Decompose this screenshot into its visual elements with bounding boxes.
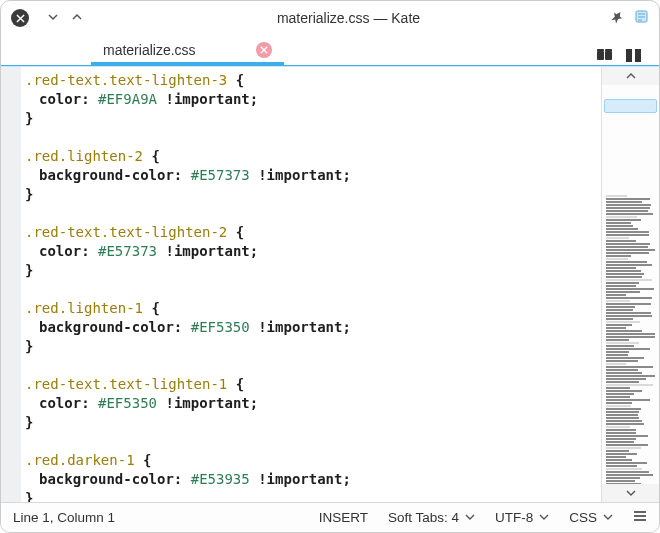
css-rule: ▼.red.lighten-1 {background-color: #EF53… (25, 299, 601, 356)
tab-active[interactable]: materialize.css (91, 37, 284, 65)
status-bar: Line 1, Column 1 INSERT Soft Tabs: 4 UTF… (1, 502, 659, 532)
status-menu-icon[interactable] (633, 509, 647, 527)
nav-up-icon[interactable] (67, 9, 87, 28)
important-keyword: !important (165, 90, 249, 109)
selector: .red.lighten-1 (25, 299, 143, 318)
indent-mode[interactable]: Soft Tabs: 4 (388, 510, 475, 525)
color-value: #E53935 (191, 470, 250, 489)
tab-label: materialize.css (103, 42, 196, 58)
minimap-content (606, 195, 655, 478)
color-value: #EF9A9A (98, 90, 157, 109)
property: color (39, 242, 81, 261)
important-keyword: !important (258, 318, 342, 337)
property: color (39, 90, 81, 109)
nav-down-icon[interactable] (43, 9, 63, 28)
encoding[interactable]: UTF-8 (495, 510, 549, 525)
color-value: #EF5350 (98, 394, 157, 413)
selector: .red.darken-1 (25, 451, 135, 470)
language-label: CSS (569, 510, 597, 525)
language-mode[interactable]: CSS (569, 510, 613, 525)
chevron-down-icon (539, 512, 549, 524)
selector: .red-text.text-lighten-1 (25, 375, 227, 394)
cursor-position[interactable]: Line 1, Column 1 (13, 510, 115, 525)
svg-rect-3 (626, 49, 632, 62)
scroll-down-button[interactable] (602, 484, 659, 502)
svg-rect-4 (635, 49, 641, 62)
title-bar: materialize.css — Kate (1, 1, 659, 35)
documents-icon[interactable] (596, 48, 612, 65)
indent-label: Soft Tabs: 4 (388, 510, 459, 525)
split-view-icon[interactable] (626, 48, 641, 65)
tab-close-button[interactable] (256, 42, 272, 58)
code-editor[interactable]: ▼.red-text.text-lighten-3 {color: #EF9A9… (21, 67, 601, 502)
property: background-color (39, 318, 174, 337)
important-keyword: !important (258, 166, 342, 185)
important-keyword: !important (165, 394, 249, 413)
css-rule: ▼.red-text.text-lighten-1 {color: #EF535… (25, 375, 601, 432)
color-value: #E57373 (191, 166, 250, 185)
css-rule: ▼.red-text.text-lighten-2 {color: #E5737… (25, 223, 601, 280)
css-rule: ▼.red.darken-1 {background-color: #E5393… (25, 451, 601, 502)
edit-mode[interactable]: INSERT (319, 510, 368, 525)
minimap-viewport[interactable] (604, 99, 657, 113)
pin-icon[interactable] (610, 10, 624, 27)
editor-area: ▼.red-text.text-lighten-3 {color: #EF9A9… (1, 66, 659, 502)
svg-rect-2 (605, 51, 612, 60)
minimap[interactable] (602, 85, 659, 484)
chevron-down-icon (465, 512, 475, 524)
svg-rect-1 (597, 51, 604, 60)
selector: .red.lighten-2 (25, 147, 143, 166)
css-rule: ▼.red-text.text-lighten-3 {color: #EF9A9… (25, 71, 601, 128)
selector: .red-text.text-lighten-2 (25, 223, 227, 242)
property: color (39, 394, 81, 413)
encoding-label: UTF-8 (495, 510, 533, 525)
important-keyword: !important (165, 242, 249, 261)
color-value: #EF5350 (191, 318, 250, 337)
property: background-color (39, 166, 174, 185)
property: background-color (39, 470, 174, 489)
chevron-down-icon (603, 512, 613, 524)
scroll-up-button[interactable] (602, 67, 659, 85)
tab-bar: materialize.css (1, 35, 659, 65)
window-title: materialize.css — Kate (97, 10, 600, 26)
selector: .red-text.text-lighten-3 (25, 71, 227, 90)
color-value: #E57373 (98, 242, 157, 261)
window-close-button[interactable] (11, 9, 29, 27)
fold-gutter[interactable] (1, 67, 21, 502)
css-rule: ▼.red.lighten-2 {background-color: #E573… (25, 147, 601, 204)
scrollbar-area (601, 67, 659, 502)
nav-arrows (43, 9, 87, 28)
important-keyword: !important (258, 470, 342, 489)
note-icon[interactable] (634, 9, 649, 27)
